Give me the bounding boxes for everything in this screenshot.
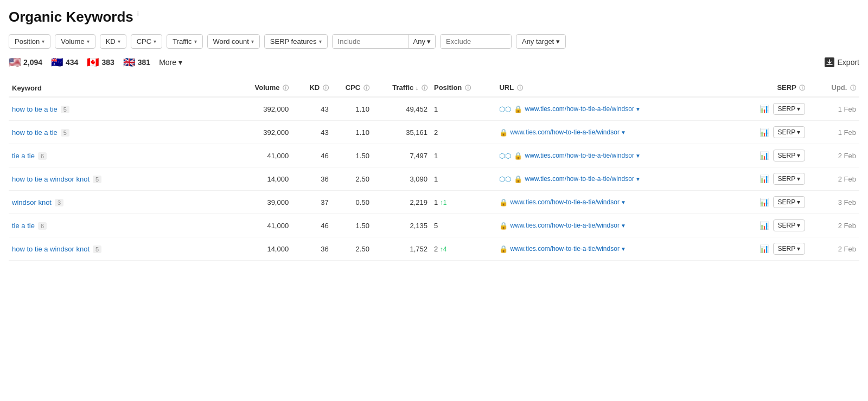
bar-chart-icon[interactable]: 📊 [760,174,769,183]
serp-button[interactable]: SERP ▾ [773,150,806,161]
url-link[interactable]: www.ties.com/how-to-tie-a-tie/windsor [510,222,619,229]
date-cell: 2 Feb [808,237,859,261]
filter-volume[interactable]: Volume ▾ [55,34,95,49]
volume-cell: 392,000 [227,121,292,144]
position-cell: 5 [431,214,496,237]
any-target-button[interactable]: Any target ▾ [516,34,566,49]
serp-button[interactable]: SERP ▾ [773,219,806,231]
keyword-link[interactable]: how to tie a windsor knot [12,245,90,253]
url-cell: 🔒 www.ties.com/how-to-tie-a-tie/windsor … [496,237,728,261]
serp-cell: 📊 SERP ▾ [729,167,808,191]
traffic-cell: 1,752 [373,237,431,261]
flag-us: 🇺🇸 [9,56,21,68]
country-ca[interactable]: 🇨🇦 383 [87,56,114,68]
serp-cell: 📊 SERP ▾ [729,237,808,261]
keyword-link[interactable]: tie a tie [12,222,35,230]
serp-button[interactable]: SERP ▾ [773,196,806,208]
more-button[interactable]: More ▾ [159,58,182,67]
serp-button[interactable]: SERP ▾ [773,243,806,255]
keyword-cell: tie a tie6 [9,144,227,167]
kd-cell: 37 [292,191,332,214]
exclude-input[interactable] [441,35,511,48]
country-gb[interactable]: 🇬🇧 381 [123,56,150,68]
serp-button[interactable]: SERP ▾ [773,126,806,138]
country-us[interactable]: 🇺🇸 2,094 [9,56,42,68]
serp-cell: 📊 SERP ▾ [729,121,808,144]
flag-gb: 🇬🇧 [123,56,135,68]
col-header-traffic: Traffic ↓ ⓘ [373,79,431,97]
country-au[interactable]: 🇦🇺 434 [51,56,78,68]
url-link[interactable]: www.ties.com/how-to-tie-a-tie/windsor [510,245,619,253]
any-button[interactable]: Any ▾ [409,35,435,48]
bar-chart-icon[interactable]: 📊 [760,105,769,113]
bar-chart-icon[interactable]: 📊 [760,221,769,230]
lock-icon: 🔒 [499,245,508,253]
keyword-cell: windsor knot3 [9,191,227,214]
url-link[interactable]: www.ties.com/how-to-tie-a-tie/windsor [510,198,619,206]
url-cell: 🔒 www.ties.com/how-to-tie-a-tie/windsor … [496,121,728,144]
filter-bar: Position ▾ Volume ▾ KD ▾ CPC ▾ Traffic ▾… [9,34,859,49]
word-count-badge: 5 [61,129,69,137]
filter-cpc[interactable]: CPC ▾ [131,34,162,49]
url-link[interactable]: www.ties.com/how-to-tie-a-tie/windsor [525,175,634,183]
url-dropdown-icon[interactable]: ▼ [635,106,641,112]
filter-traffic[interactable]: Traffic ▾ [167,34,202,49]
filter-kd[interactable]: KD ▾ [100,34,126,49]
filter-serp[interactable]: SERP features ▾ [264,34,328,49]
volume-cell: 14,000 [227,167,292,191]
table-row: how to tie a tie5392,000431.1049,4521 ⬡⬡… [9,97,859,121]
bar-chart-icon[interactable]: 📊 [760,128,769,137]
bar-chart-icon[interactable]: 📊 [760,198,769,206]
volume-cell: 41,000 [227,144,292,167]
cpc-cell: 1.50 [332,214,373,237]
exclude-filter [440,34,512,49]
keyword-link[interactable]: windsor knot [12,198,52,206]
url-dropdown-icon[interactable]: ▼ [621,246,626,252]
url-link[interactable]: www.ties.com/how-to-tie-a-tie/windsor [510,128,619,136]
url-link[interactable]: www.ties.com/how-to-tie-a-tie/windsor [525,152,634,159]
date-cell: 2 Feb [808,214,859,237]
serp-cell: 📊 SERP ▾ [729,97,808,121]
keyword-cell: how to tie a windsor knot5 [9,237,227,261]
word-count-badge: 6 [38,222,47,230]
url-dropdown-icon[interactable]: ▼ [621,130,626,135]
bar-chart-icon[interactable]: 📊 [760,151,769,160]
lock-icon: 🔒 [499,222,508,230]
url-dropdown-icon[interactable]: ▼ [621,199,626,205]
table-row: how to tie a tie5392,000431.1035,1612 🔒 … [9,121,859,144]
url-cell: ⬡⬡ 🔒 www.ties.com/how-to-tie-a-tie/winds… [496,167,728,191]
keyword-link[interactable]: how to tie a tie [12,128,58,137]
serp-cell: 📊 SERP ▾ [729,214,808,237]
kd-cell: 36 [292,167,332,191]
word-count-badge: 3 [55,199,63,206]
count-gb: 381 [138,58,150,67]
table-row: how to tie a windsor knot514,000362.503,… [9,167,859,191]
serp-button[interactable]: SERP ▾ [773,103,806,115]
url-dropdown-icon[interactable]: ▼ [621,223,626,229]
keyword-link[interactable]: how to tie a windsor knot [12,175,90,183]
url-dropdown-icon[interactable]: ▼ [635,176,641,182]
position-change: ↑1 [440,199,447,206]
lock-icon: 🔒 [499,198,508,206]
traffic-cell: 35,161 [373,121,431,144]
url-dropdown-icon[interactable]: ▼ [635,153,641,159]
traffic-cell: 2,135 [373,214,431,237]
kd-cell: 46 [292,214,332,237]
word-count-badge: 5 [61,106,69,113]
filter-wordcount[interactable]: Word count ▾ [207,34,260,49]
traffic-cell: 3,090 [373,167,431,191]
cpc-cell: 2.50 [332,167,373,191]
filter-position[interactable]: Position ▾ [9,34,50,49]
col-header-url: URL ⓘ [496,79,728,97]
col-header-volume: Volume ⓘ [227,79,292,97]
export-button[interactable]: Export [825,57,859,67]
include-input[interactable] [333,35,409,48]
kd-cell: 46 [292,144,332,167]
serp-button[interactable]: SERP ▾ [773,173,806,185]
bar-chart-icon[interactable]: 📊 [760,244,769,253]
export-icon [825,57,834,67]
cpc-cell: 2.50 [332,237,373,261]
keyword-link[interactable]: tie a tie [12,152,35,160]
url-link[interactable]: www.ties.com/how-to-tie-a-tie/windsor [525,105,634,113]
keyword-link[interactable]: how to tie a tie [12,105,58,113]
